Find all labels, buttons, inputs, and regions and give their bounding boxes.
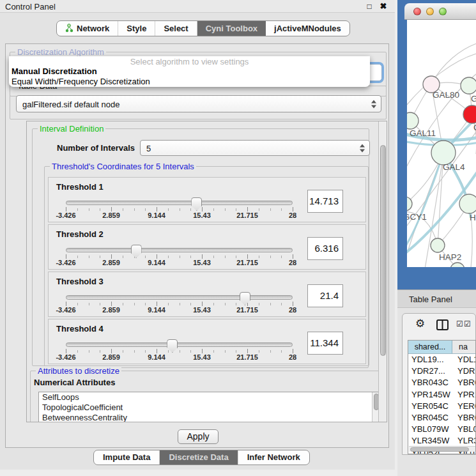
cell-name[interactable]: YBR0: [452, 377, 475, 388]
slider-tick-label: -3.426: [40, 306, 91, 314]
cell-name[interactable]: YBR0: [452, 412, 475, 424]
cell-shared-name[interactable]: YER054C: [408, 401, 452, 412]
bottom-tab-infer-network[interactable]: Infer Network: [238, 450, 309, 464]
slider-tick: [89, 303, 89, 305]
table-row[interactable]: YER054CYER0: [408, 401, 475, 412]
table-row[interactable]: YDR27...YDR2: [408, 365, 475, 377]
slider-thumb[interactable]: [240, 292, 250, 305]
cell-shared-name[interactable]: YDR27...: [408, 365, 452, 377]
list-item[interactable]: TopologicalCoefficient: [39, 403, 380, 413]
slider-tick: [123, 303, 123, 305]
apply-button[interactable]: Apply: [178, 429, 219, 444]
interval-definition-group: Interval Definition Number of Intervals …: [32, 128, 369, 366]
algorithm-option-equal-width[interactable]: Equal Width/Frequency Discretization: [12, 77, 150, 86]
bottom-tab-impute-data[interactable]: Impute Data: [94, 450, 160, 464]
slider-tick: [202, 254, 203, 259]
algorithm-option-manual[interactable]: Manual Discretization: [12, 66, 97, 76]
slider-track[interactable]: [66, 248, 293, 252]
list-item[interactable]: BetweennessCentrality: [39, 413, 380, 422]
table-body: YDL19...YDL1YDR27...YDR2YBR043CYBR0YPR14…: [408, 354, 475, 454]
table-row[interactable]: YBR045CYBR0: [408, 412, 475, 424]
slider-track[interactable]: [66, 295, 293, 300]
number-of-intervals-value: 5: [146, 143, 151, 153]
cell-shared-name[interactable]: YBR045C: [408, 412, 452, 424]
slider-thumb[interactable]: [167, 339, 178, 353]
close-icon[interactable]: ✖: [378, 1, 388, 12]
table-container: ⚙ ☑ ☑ shared... na YDL19...YDL1YDR27...Y…: [402, 313, 476, 455]
slider-tick-label: 9.144: [131, 211, 182, 219]
cell-name[interactable]: YLR3: [452, 435, 475, 447]
slider-tick: [270, 208, 271, 211]
threshold-value-field[interactable]: 21.4: [307, 284, 343, 307]
slider-tick: [123, 350, 123, 353]
tab-select[interactable]: Select: [155, 21, 197, 36]
table-row[interactable]: YPR145WYPR1: [408, 389, 475, 401]
network-node-h[interactable]: [459, 194, 476, 213]
number-of-intervals-combobox[interactable]: 5: [140, 140, 370, 156]
slider-tick-label: 2.859: [86, 353, 137, 361]
table-row[interactable]: YLR345WYLR3: [408, 435, 475, 447]
slider-thumb[interactable]: [131, 245, 142, 258]
column-header-shared-name[interactable]: shared...: [408, 341, 452, 353]
threshold-value-field[interactable]: 14.713: [307, 190, 343, 213]
mac-minimize-icon[interactable]: [426, 8, 434, 15]
threshold-value-field[interactable]: 11.344: [307, 332, 343, 355]
horizontal-scrollbar[interactable]: [409, 446, 476, 452]
slider-tick: [100, 256, 100, 258]
cell-shared-name[interactable]: YBL079W: [408, 424, 452, 435]
tab-label: Network: [77, 24, 109, 33]
table-data-combobox[interactable]: galFiltered.sif default node: [16, 95, 381, 112]
slider-tick: [157, 207, 157, 211]
network-node-ga[interactable]: [461, 77, 476, 94]
cell-name[interactable]: YER0: [452, 401, 475, 412]
tab-network[interactable]: Network: [57, 21, 118, 36]
list-item[interactable]: SelfLoops: [39, 392, 380, 403]
gear-icon[interactable]: ⚙: [415, 318, 425, 330]
slider-tick: [270, 256, 271, 258]
slider-track[interactable]: [66, 342, 293, 347]
slider-tick: [77, 303, 78, 305]
tab-jactivemnodules[interactable]: jActiveMNodules: [266, 21, 349, 36]
mac-close-icon[interactable]: [413, 8, 421, 15]
slider-tick: [259, 350, 259, 353]
panel-scrollbar[interactable]: [378, 121, 387, 422]
tab-cyni-toolbox[interactable]: Cyni Toolbox: [197, 21, 266, 36]
network-node-gal4[interactable]: [431, 141, 456, 165]
mac-zoom-icon[interactable]: [439, 8, 447, 15]
cell-shared-name[interactable]: YDL19...: [408, 354, 452, 365]
column-header-name[interactable]: na: [452, 341, 475, 353]
slider-tick-label: 2.859: [86, 259, 137, 266]
slider-tick: [190, 208, 191, 211]
checkbox-icon[interactable]: ☑: [456, 319, 463, 328]
float-window-icon[interactable]: □: [364, 1, 374, 12]
network-canvas[interactable]: GAL80GACGAL11GAL4GCY1HHAP2: [407, 20, 476, 267]
checkbox-icon[interactable]: ☑: [464, 319, 471, 328]
cell-shared-name[interactable]: YPR145W: [408, 389, 452, 401]
slider-tick-label: -3.426: [40, 259, 91, 266]
top-tab-bar: NetworkStyleSelectCyni ToolboxjActiveMNo…: [56, 20, 350, 36]
slider-tick: [134, 350, 135, 353]
network-node-label: GA: [471, 94, 476, 104]
tab-style[interactable]: Style: [118, 21, 155, 36]
threshold-value-field[interactable]: 6.316: [307, 237, 343, 260]
slider-tick-label: 15.43: [176, 259, 227, 266]
bottom-tab-discretize-data[interactable]: Discretize Data: [160, 450, 238, 464]
slider-thumb[interactable]: [191, 197, 202, 211]
columns-icon[interactable]: [436, 319, 449, 333]
slider-tick: [77, 256, 78, 258]
cell-name[interactable]: YDL1: [452, 354, 475, 365]
table-row[interactable]: YDL19...YDL1: [408, 354, 475, 365]
cell-name[interactable]: YPR1: [452, 389, 475, 401]
table-row[interactable]: YBL079WYBL0: [408, 424, 475, 435]
slider-tick-label: 9.144: [131, 353, 182, 361]
network-icon: [65, 24, 73, 33]
cell-name[interactable]: YBL0: [452, 424, 475, 435]
cell-shared-name[interactable]: YLR345W: [408, 435, 452, 447]
table-row[interactable]: YBR043CYBR0: [408, 377, 475, 388]
slider-tick: [259, 208, 259, 211]
network-node-hap2[interactable]: [431, 238, 445, 252]
threshold-title: Threshold 3: [56, 277, 104, 286]
slider-track[interactable]: [66, 201, 293, 205]
cell-name[interactable]: YDR2: [452, 365, 475, 377]
cell-shared-name[interactable]: YBR043C: [408, 377, 452, 388]
